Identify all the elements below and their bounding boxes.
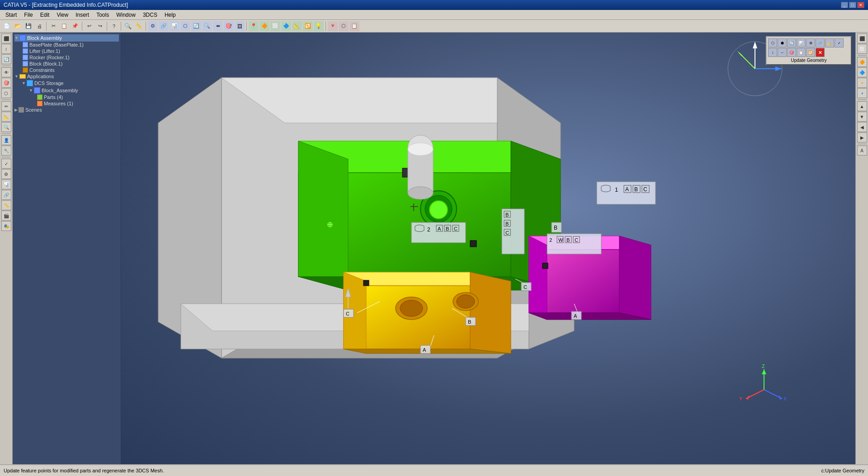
close-button[interactable]: ✕: [857, 2, 864, 8]
search-btn[interactable]: 🔍: [123, 21, 133, 31]
ug-icon-8[interactable]: ✓: [835, 38, 844, 47]
right-btn-5[interactable]: 🔸: [857, 78, 867, 88]
menu-help[interactable]: Help: [161, 11, 179, 19]
right-btn-4[interactable]: 🔷: [857, 67, 867, 77]
menu-view[interactable]: View: [53, 11, 72, 19]
dcs-btn17[interactable]: 🔻: [328, 21, 338, 31]
menu-3dcs[interactable]: 3DCS: [139, 11, 161, 19]
left-btn-11[interactable]: 🔧: [1, 146, 11, 156]
right-btn-11[interactable]: A: [857, 146, 867, 156]
dcs-btn9[interactable]: 🖼: [235, 21, 245, 31]
left-btn-18[interactable]: 🎭: [1, 221, 11, 231]
ug-icon-1[interactable]: ⬡: [768, 38, 777, 47]
right-btn-2[interactable]: ⬜: [857, 44, 867, 54]
redo-button[interactable]: ↪: [95, 21, 105, 31]
dcs-btn6[interactable]: 🔍: [202, 21, 212, 31]
tree-item-parts[interactable]: Parts (4): [14, 94, 119, 100]
tree-item-block-assembly[interactable]: ▼ Block Assembly: [14, 34, 119, 42]
left-btn-2[interactable]: ↕: [1, 44, 11, 54]
menu-start[interactable]: Start: [2, 11, 20, 19]
dcs-btn3[interactable]: 📊: [170, 21, 179, 31]
left-btn-7[interactable]: ✏: [1, 101, 11, 111]
tree-item-block[interactable]: Block (Block.1): [14, 61, 119, 67]
right-btn-6[interactable]: 🔹: [857, 88, 867, 98]
ug-icon-3[interactable]: 🔄: [787, 38, 796, 47]
dcs-btn2[interactable]: 🔗: [159, 21, 169, 31]
menu-file[interactable]: File: [20, 11, 36, 19]
ug-icon-13[interactable]: 🔁: [806, 48, 815, 57]
left-btn-15[interactable]: 🔗: [1, 190, 11, 200]
dcs-btn19[interactable]: 📋: [349, 21, 359, 31]
new-button[interactable]: 📄: [2, 21, 12, 31]
right-btn-10[interactable]: ▶: [857, 132, 867, 142]
right-btn-1[interactable]: ⬛: [857, 33, 867, 43]
menu-tools[interactable]: Tools: [93, 11, 113, 19]
viewport[interactable]: 1 A B C 2 A B C: [121, 33, 855, 464]
dcs-btn12[interactable]: ⬜: [270, 21, 280, 31]
undo-button[interactable]: ↩: [84, 21, 94, 31]
right-btn-7[interactable]: ▲: [857, 101, 867, 111]
left-btn-8[interactable]: 📐: [1, 112, 11, 122]
menu-edit[interactable]: Edit: [37, 11, 53, 19]
tree-item-baseplate[interactable]: BasePlate (BasePlate.1): [14, 42, 119, 48]
save-button[interactable]: 💾: [24, 21, 33, 31]
ug-icon-4[interactable]: 📊: [797, 38, 806, 47]
right-btn-9[interactable]: ◀: [857, 122, 867, 132]
ug-icon-close[interactable]: ✕: [816, 48, 825, 57]
ug-icon-12[interactable]: 📋: [797, 48, 806, 57]
dcs-btn5[interactable]: 🔄: [191, 21, 201, 31]
ug-icon-10[interactable]: ↔: [778, 48, 787, 57]
left-btn-12[interactable]: ✓: [1, 159, 11, 169]
tree-item-constraints[interactable]: Constraints: [14, 67, 119, 73]
minimize-button[interactable]: _: [841, 2, 848, 8]
dcs-btn14[interactable]: 📐: [292, 21, 302, 31]
help-button[interactable]: ?: [109, 21, 119, 31]
tree-item-lifter[interactable]: Lifter (Lifter.1): [14, 48, 119, 54]
left-btn-4[interactable]: 👁: [1, 67, 11, 77]
left-btn-13[interactable]: ⚙: [1, 169, 11, 179]
cut-button[interactable]: ✂: [48, 21, 58, 31]
ug-icon-11[interactable]: 🎯: [787, 48, 796, 57]
paste-button[interactable]: 📌: [70, 21, 80, 31]
tree-item-applications[interactable]: ▼ Applications: [14, 73, 119, 80]
dcs-btn13[interactable]: 🔷: [281, 21, 291, 31]
left-btn-9[interactable]: 🔍: [1, 122, 11, 132]
ug-icon-7[interactable]: 📐: [825, 38, 834, 47]
right-btn-3[interactable]: 🔶: [857, 57, 867, 67]
tree-item-measures[interactable]: Measures (1): [14, 100, 119, 107]
measure-btn[interactable]: 📏: [134, 21, 144, 31]
left-btn-16[interactable]: 📏: [1, 200, 11, 210]
title-text: CATIA V5 - [Extracting Embedded Info.CAT…: [4, 2, 128, 8]
menu-insert[interactable]: Insert: [72, 11, 93, 19]
copy-button[interactable]: 📋: [59, 21, 69, 31]
tree-item-scenes[interactable]: ▶ Scenes: [14, 107, 119, 113]
left-btn-5[interactable]: 🎯: [1, 78, 11, 88]
tree-item-rocker[interactable]: Rocker (Rocker.1): [14, 54, 119, 61]
right-btn-8[interactable]: ▼: [857, 112, 867, 122]
dcs-btn4[interactable]: ⬡: [180, 21, 190, 31]
tree-item-block-assembly-sub[interactable]: ▼ Block_Assembly: [14, 87, 119, 94]
tree-item-dcs-storage[interactable]: ▼ DCS Storage: [14, 80, 119, 87]
ug-icon-2[interactable]: ⬢: [778, 38, 787, 47]
print-button[interactable]: 🖨: [34, 21, 44, 31]
left-btn-17[interactable]: 🎬: [1, 211, 11, 221]
maximize-button[interactable]: □: [849, 2, 856, 8]
dcs-btn16[interactable]: 💡: [314, 21, 324, 31]
left-btn-3[interactable]: 🔄: [1, 54, 11, 64]
dcs-btn7[interactable]: ⬌: [213, 21, 223, 31]
left-btn-1[interactable]: ⬛: [1, 33, 11, 43]
dcs-btn15[interactable]: 🔁: [303, 21, 313, 31]
dcs-btn18[interactable]: ⬡: [339, 21, 349, 31]
dcs-btn11[interactable]: 🔶: [259, 21, 269, 31]
menu-window[interactable]: Window: [113, 11, 139, 19]
open-button[interactable]: 📂: [13, 21, 23, 31]
left-btn-10[interactable]: 👤: [1, 135, 11, 145]
ug-icon-5[interactable]: ⚙: [806, 38, 815, 47]
left-btn-6[interactable]: ⬡: [1, 88, 11, 98]
dcs-btn1[interactable]: ⚙: [148, 21, 158, 31]
ug-icon-6[interactable]: 🔗: [816, 38, 825, 47]
left-btn-14[interactable]: 📊: [1, 179, 11, 189]
dcs-btn8[interactable]: 🎯: [224, 21, 234, 31]
dcs-btn10[interactable]: 📍: [249, 21, 259, 31]
ug-icon-9[interactable]: ↕: [768, 48, 777, 57]
